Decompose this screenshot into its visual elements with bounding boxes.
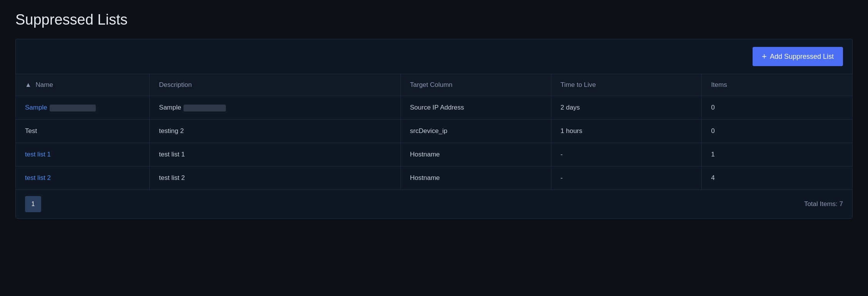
cell-desc-3: test list 2 [150, 166, 401, 190]
col-header-items: Items [702, 74, 852, 96]
list-name-1: Test [25, 127, 37, 135]
plus-icon: + [762, 52, 767, 62]
toolbar: + Add Suppressed List [16, 39, 852, 74]
col-ttl-label: Time to Live [561, 81, 596, 88]
list-desc-1: testing 2 [159, 127, 184, 135]
col-items-label: Items [711, 81, 727, 88]
cell-desc-1: testing 2 [150, 120, 401, 143]
cell-items-2: 1 [702, 143, 852, 166]
add-button-label: Add Suppressed List [770, 53, 834, 61]
redacted-name-block-0 [50, 105, 96, 111]
table-header-row: ▲ Name Description Target Column Time to… [16, 74, 852, 96]
cell-target-2: Hostname [401, 143, 551, 166]
suppressed-lists-table: ▲ Name Description Target Column Time to… [16, 74, 852, 190]
add-suppressed-list-button[interactable]: + Add Suppressed List [753, 47, 843, 66]
cell-name-1: Test [16, 120, 150, 143]
cell-target-1: srcDevice_ip [401, 120, 551, 143]
total-items-label: Total Items: 7 [804, 200, 843, 208]
cell-target-0: Source IP Address [401, 96, 551, 120]
table-row: Testtesting 2srcDevice_ip1 hours0 [16, 120, 852, 143]
col-header-description: Description [150, 74, 401, 96]
cell-items-0: 0 [702, 96, 852, 120]
col-target-label: Target Column [410, 81, 453, 88]
cell-name-3: test list 2 [16, 166, 150, 190]
table-row: test list 2test list 2Hostname-4 [16, 166, 852, 190]
list-desc-2: test list 1 [159, 151, 185, 158]
page-title: Suppressed Lists [15, 12, 853, 28]
col-name-label: Name [36, 81, 53, 88]
table-row: SampleSampleSource IP Address2 days0 [16, 96, 852, 120]
cell-name-2: test list 1 [16, 143, 150, 166]
col-desc-label: Description [159, 81, 192, 88]
sort-arrow-icon: ▲ [25, 81, 32, 88]
list-desc-3: test list 2 [159, 174, 185, 181]
table-row: test list 1test list 1Hostname-1 [16, 143, 852, 166]
cell-desc-2: test list 1 [150, 143, 401, 166]
cell-ttl-0: 2 days [551, 96, 701, 120]
page-1-button[interactable]: 1 [25, 196, 41, 212]
cell-items-1: 0 [702, 120, 852, 143]
table-footer: 1 Total Items: 7 [16, 190, 852, 218]
pagination: 1 [25, 196, 41, 212]
col-header-time-to-live: Time to Live [551, 74, 701, 96]
list-name-link-0[interactable]: Sample [25, 104, 47, 111]
cell-ttl-3: - [551, 166, 701, 190]
cell-desc-0: Sample [150, 96, 401, 120]
list-name-link-3[interactable]: test list 2 [25, 174, 51, 181]
cell-target-3: Hostname [401, 166, 551, 190]
cell-items-3: 4 [702, 166, 852, 190]
col-header-name[interactable]: ▲ Name [16, 74, 150, 96]
suppressed-lists-panel: + Add Suppressed List ▲ Name Description… [15, 39, 853, 219]
cell-ttl-1: 1 hours [551, 120, 701, 143]
list-name-link-2[interactable]: test list 1 [25, 151, 51, 158]
col-header-target-column: Target Column [401, 74, 551, 96]
redacted-desc-block-0 [184, 105, 226, 111]
cell-name-0: Sample [16, 96, 150, 120]
cell-ttl-2: - [551, 143, 701, 166]
list-desc-0: Sample [159, 104, 181, 111]
